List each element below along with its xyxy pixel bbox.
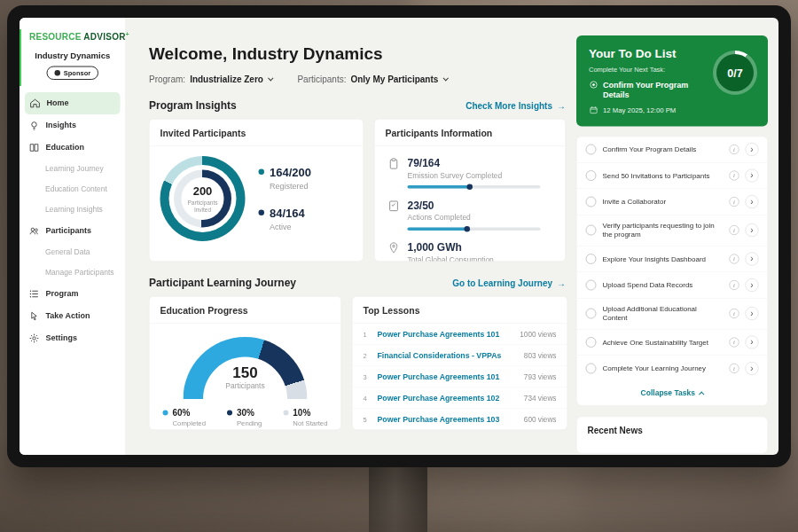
sidebar-item-participants[interactable]: Participants [20,220,126,242]
lesson-link[interactable]: Power Purchase Agreements 103 [378,415,517,425]
lesson-row[interactable]: 4 Power Purchase Agreements 102 734 view… [353,387,567,409]
checkbox-icon[interactable] [586,279,597,290]
app-logo: RESOURCE ADVISOR+ [20,18,126,42]
invited-participants-card: Invited Participants 200 Participants In… [149,119,364,262]
legend-dot [283,411,288,416]
monitor-bezel: RESOURCE ADVISOR+ Industry Dynamics Spon… [7,5,791,467]
lesson-link[interactable]: Power Purchase Agreements 101 [378,372,517,382]
learning-cards-row: Education Progress 150 Participants [149,296,576,430]
checkbox-icon[interactable] [586,363,597,373]
check-more-insights-link[interactable]: Check More Insights → [466,100,566,111]
sidebar-item-home[interactable]: Home [25,92,121,114]
chevron-right-icon[interactable] [746,252,759,265]
sidebar-item-general-data[interactable]: General Data [20,242,126,262]
task-row[interactable]: Send 50 Invitations to Participants [577,163,768,190]
nav-label: Participants [46,226,92,236]
task-row[interactable]: Confirm Your Program Details [577,137,768,163]
lesson-row[interactable]: 1 Power Purchase Agreements 101 1000 vie… [353,324,567,345]
checkbox-icon[interactable] [586,170,597,181]
chevron-right-icon[interactable] [746,307,759,320]
task-row[interactable]: Complete Your Learning Journey [577,356,768,381]
todo-next-task[interactable]: Confirm Your Program Details [589,80,711,100]
info-icon[interactable] [730,337,739,347]
info-icon[interactable] [730,309,739,318]
task-row[interactable]: Achieve One Sustainability Target [577,329,768,356]
task-label: Explore Your Insights Dashboard [603,254,724,263]
pointer-icon [28,310,40,322]
gauge-legend: 60% Completed 30% Pending [160,408,331,427]
lesson-views: 600 views [524,415,557,424]
todo-summary-card: Your To Do List Complete Your Next Task:… [576,35,768,127]
info-icon[interactable] [730,280,739,290]
sidebar-item-learning-journey[interactable]: Learning Journey [20,159,126,179]
lesson-link[interactable]: Power Purchase Agreements 102 [378,394,517,403]
info-icon[interactable] [730,364,739,373]
lesson-row[interactable]: 5 Power Purchase Agreements 103 600 view… [353,409,567,430]
go-to-learning-journey-link[interactable]: Go to Learning Journey → [452,278,566,288]
stat-value: 79/164 [408,157,541,169]
chevron-right-icon[interactable] [746,143,759,156]
info-icon[interactable] [730,225,739,235]
card-title: Participants Information [375,120,566,147]
legend-dot [259,169,265,176]
collapse-label: Collapse Tasks [641,388,695,397]
task-label: Invite a Collaborator [603,197,724,206]
task-row[interactable]: Explore Your Insights Dashboard [577,246,768,272]
sidebar-item-manage-participants[interactable]: Manage Participants [20,262,126,283]
sidebar-accent-bar [20,29,21,86]
sidebar-item-program[interactable]: Program [20,283,126,305]
active-label: Active [270,223,305,232]
chevron-right-icon[interactable] [746,223,759,237]
info-icon[interactable] [730,171,739,181]
nav-label: Take Action [46,311,90,321]
task-row[interactable]: Upload Additional Educational Content [577,298,768,329]
nav-label: Insights [46,121,77,130]
top-lessons-card: Top Lessons 1 Power Purchase Agreements … [352,296,567,430]
task-row[interactable]: Invite a Collaborator [577,189,768,215]
lesson-link[interactable]: Financial Considerations - VPPAs [378,351,517,361]
lesson-views: 793 views [524,372,557,381]
info-icon[interactable] [730,254,739,263]
not-started-value: 10% [293,408,327,419]
progress-bar [408,228,541,231]
program-filter-value: Industrialize Zero [190,74,263,85]
chevron-down-icon [442,75,448,81]
checkbox-icon[interactable] [586,197,597,207]
program-filter[interactable]: Program: Industrialize Zero [149,74,272,85]
info-icon[interactable] [730,197,739,207]
lesson-row[interactable]: 3 Power Purchase Agreements 101 793 view… [353,366,567,387]
chevron-right-icon[interactable] [746,362,759,375]
participants-filter-label: Participants: [297,74,346,85]
participants-filter[interactable]: Participants: Only My Participants [297,74,447,85]
task-row[interactable]: Verify participants requesting to join t… [577,215,768,246]
sponsor-badge[interactable]: Sponsor [46,66,98,80]
stat-progress-fill [408,228,469,231]
lesson-link[interactable]: Power Purchase Agreements 101 [378,330,513,340]
chevron-right-icon[interactable] [746,278,759,292]
checkbox-icon[interactable] [586,309,597,319]
sidebar-item-learning-insights[interactable]: Learning Insights [20,200,126,220]
lesson-rank: 5 [364,416,371,424]
sidebar-item-education[interactable]: Education [20,137,126,159]
main-content: Welcome, Industry Dynamics Program: Indu… [126,18,576,430]
chevron-right-icon[interactable] [746,169,759,183]
task-row[interactable]: Upload Spend Data Records [577,272,768,299]
lesson-row[interactable]: 2 Financial Considerations - VPPAs 803 v… [353,345,567,366]
chevron-right-icon[interactable] [746,335,759,348]
sidebar-item-settings[interactable]: Settings [20,327,126,349]
sidebar-item-education-content[interactable]: Education Content [20,179,126,200]
sidebar-item-take-action[interactable]: Take Action [20,305,126,327]
nav-label: Home [47,98,69,108]
info-icon[interactable] [730,145,739,154]
checkbox-icon[interactable] [586,225,597,236]
not-started-label: Not Started [293,419,327,427]
list-icon [28,288,40,300]
collapse-tasks-button[interactable]: Collapse Tasks [577,381,768,405]
sidebar-item-insights[interactable]: Insights [20,114,126,137]
checkbox-icon[interactable] [586,145,597,155]
participants-filter-value: Only My Participants [350,74,438,85]
link-label: Check More Insights [466,100,552,111]
checkbox-icon[interactable] [586,337,597,348]
checkbox-icon[interactable] [586,254,597,264]
chevron-right-icon[interactable] [746,195,759,208]
